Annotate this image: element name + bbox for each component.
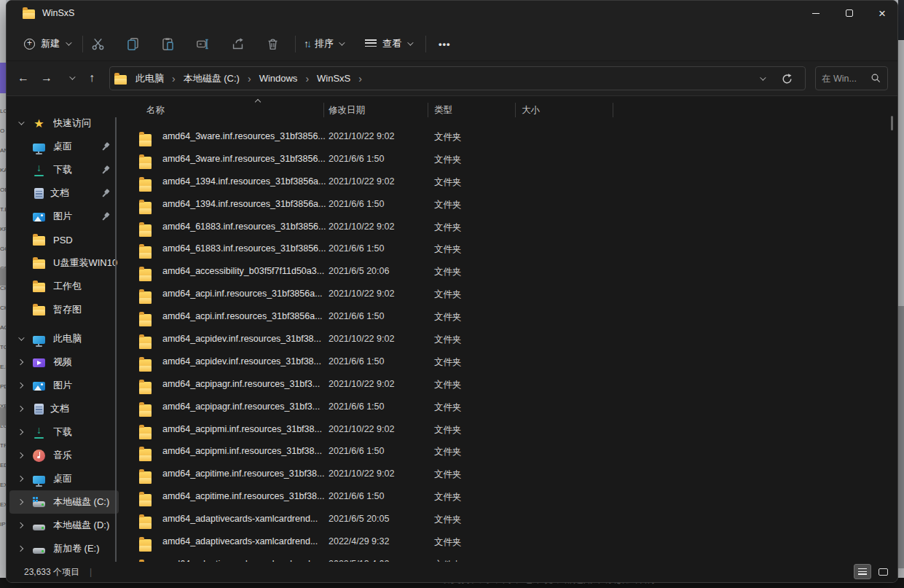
column-divider[interactable] [323, 103, 324, 117]
file-row[interactable]: amd64_acpidev.inf.resources_31bf38... 20… [123, 351, 897, 374]
sidebar-item[interactable]: 视频 [9, 350, 119, 374]
sidebar-item[interactable]: PSD [9, 228, 119, 251]
address-dropdown-icon[interactable] [760, 74, 766, 80]
file-row[interactable]: amd64_acpipmi.inf.resources_31bf38... 20… [123, 441, 897, 463]
sidebar-item[interactable]: 新加卷 (E:) [9, 537, 119, 560]
new-button[interactable]: 新建 [18, 32, 76, 55]
recent-locations-button[interactable] [60, 67, 82, 89]
file-row[interactable]: amd64_adaptivecards-xamlcardrend... 2022… [123, 531, 897, 554]
background-window-left-edge: TOLOOANKAOET.EKFGOCFCHCHACTOE.EPDXBLOTFE… [0, 0, 6, 588]
file-row[interactable]: amd64_acpitime.inf.resources_31bf38... 2… [123, 463, 897, 486]
sidebar-item[interactable]: 本地磁盘 (D:) [9, 514, 119, 537]
file-row[interactable]: amd64_1394.inf.resources_31bf3856a... 20… [123, 194, 897, 216]
up-button[interactable]: ↑ [81, 67, 103, 89]
large-icons-view-button[interactable] [874, 564, 892, 579]
file-row[interactable]: amd64_3ware.inf.resources_31bf3856... 20… [123, 149, 897, 171]
file-row[interactable]: amd64_61883.inf.resources_31bf3856... 20… [123, 238, 897, 261]
file-row[interactable]: amd64_acpidev.inf.resources_31bf38... 20… [123, 329, 897, 351]
view-button[interactable]: 查看 [365, 32, 412, 55]
file-date-modified: 2021/10/22 9:02 [329, 131, 394, 141]
column-divider[interactable] [515, 103, 516, 117]
file-row[interactable]: amd64_acpi.inf.resources_31bf3856a... 20… [123, 306, 897, 329]
chevron-right-icon[interactable] [17, 359, 23, 365]
sidebar-item[interactable]: 音乐 [9, 444, 119, 467]
chevron-right-icon[interactable] [17, 452, 23, 458]
sidebar-item[interactable]: 图片 [9, 205, 119, 228]
file-row[interactable]: amd64_acpipmi.inf.resources_31bf38... 20… [123, 419, 897, 442]
file-list-scrollbar[interactable] [891, 116, 893, 130]
details-view-button[interactable] [854, 564, 871, 579]
column-divider[interactable] [613, 103, 613, 117]
address-bar[interactable]: 此电脑›本地磁盘 (C:)›Windows›WinSxS › [109, 66, 806, 90]
share-button[interactable] [229, 35, 246, 52]
breadcrumb-item[interactable]: 本地磁盘 (C:) [181, 72, 243, 85]
sidebar-item[interactable]: 下载 [9, 420, 119, 444]
sidebar-item[interactable]: 图片 [9, 374, 119, 397]
breadcrumb-item[interactable]: WinSxS [314, 73, 353, 84]
search-box[interactable] [815, 66, 888, 90]
column-header-date[interactable]: 修改日期 [329, 104, 365, 117]
folder-icon [23, 9, 35, 19]
column-header-type[interactable]: 类型 [434, 104, 452, 117]
file-row[interactable]: amd64_acpipagr.inf.resources_31bf3... 20… [123, 396, 897, 419]
file-row[interactable]: amd64_acpitime.inf.resources_31bf38... 2… [123, 486, 897, 509]
file-name: amd64_3ware.inf.resources_31bf3856... [162, 131, 326, 141]
sidebar-group-this-pc[interactable]: 此电脑 [9, 327, 119, 350]
column-header-size[interactable]: 大小 [522, 104, 540, 117]
sidebar-item[interactable]: 下载 [9, 158, 119, 181]
sidebar-item[interactable]: 文档 [9, 397, 119, 420]
breadcrumb-item[interactable]: Windows [256, 73, 301, 84]
paste-button[interactable] [159, 35, 176, 52]
rename-icon [196, 37, 210, 51]
background-window-right-edge [898, 0, 904, 588]
column-header-name[interactable]: 名称 [146, 104, 165, 117]
sort-ascending-icon [255, 99, 261, 105]
back-button[interactable]: ← [12, 67, 34, 89]
refresh-button[interactable] [781, 73, 793, 85]
sidebar-item[interactable]: 文档 [9, 181, 119, 205]
rename-button[interactable] [194, 35, 211, 52]
copy-button[interactable] [124, 35, 141, 52]
chevron-right-icon[interactable] [17, 429, 23, 435]
chevron-down-icon[interactable] [18, 119, 24, 125]
forward-button[interactable]: → [36, 67, 58, 89]
chevron-right-icon[interactable] [17, 406, 23, 412]
sidebar-group-quick-access[interactable]: ★ 快速访问 [9, 111, 119, 135]
sidebar-item[interactable]: 本地磁盘 (C:) [9, 490, 119, 514]
chevron-right-icon[interactable] [17, 546, 23, 552]
sort-button[interactable]: ↑↓ 排序 [304, 32, 343, 55]
file-row[interactable]: amd64_acpipagr.inf.resources_31bf3... 20… [123, 374, 897, 396]
file-row[interactable]: amd64_accessibility_b03f5f7f11d50a3... 2… [123, 261, 897, 283]
chevron-right-icon[interactable] [17, 476, 23, 482]
more-options-button[interactable]: ••• [433, 32, 457, 55]
cut-button[interactable] [89, 35, 106, 52]
toolbar-separator [425, 36, 426, 52]
sidebar-item[interactable]: 暂存图 [9, 298, 119, 321]
sidebar-item[interactable]: 桌面 [9, 135, 119, 158]
navigation-pane: ★ 快速访问 桌面 下载 文档 图片 PSD U盘重装WIN10 工作包 [7, 97, 123, 563]
delete-button[interactable] [264, 35, 281, 52]
file-row[interactable]: amd64_adaptivecards-xamlcardrend... 2021… [123, 509, 897, 531]
chevron-down-icon[interactable] [18, 334, 24, 340]
chevron-down-icon [69, 74, 75, 79]
paste-icon [161, 37, 175, 51]
file-row[interactable]: amd64_61883.inf.resources_31bf3856... 20… [123, 216, 897, 239]
column-divider[interactable] [428, 103, 428, 117]
chevron-right-icon[interactable] [17, 383, 23, 388]
chevron-right-icon[interactable] [17, 522, 23, 528]
file-row[interactable]: amd64_acpi.inf.resources_31bf3856a... 20… [123, 283, 897, 306]
sidebar-scrollbar[interactable] [115, 117, 117, 562]
maximize-button[interactable] [833, 1, 866, 26]
chevron-right-icon[interactable] [17, 499, 23, 505]
trash-icon [266, 37, 280, 51]
file-row[interactable]: amd64_1394.inf.resources_31bf3856a... 20… [123, 171, 897, 194]
sidebar-item[interactable]: 工作包 [9, 275, 119, 298]
search-input[interactable] [822, 74, 870, 84]
file-row[interactable]: amd64_3ware.inf.resources_31bf3856... 20… [123, 126, 897, 149]
sidebar-item[interactable]: 桌面 [9, 467, 119, 490]
close-button[interactable]: × [865, 1, 898, 26]
sidebar-item[interactable]: U盘重装WIN10 [9, 251, 119, 275]
minimize-button[interactable] [799, 1, 833, 26]
sidebar-group-label: 快速访问 [53, 117, 119, 130]
breadcrumb-item[interactable]: 此电脑 [133, 72, 167, 85]
